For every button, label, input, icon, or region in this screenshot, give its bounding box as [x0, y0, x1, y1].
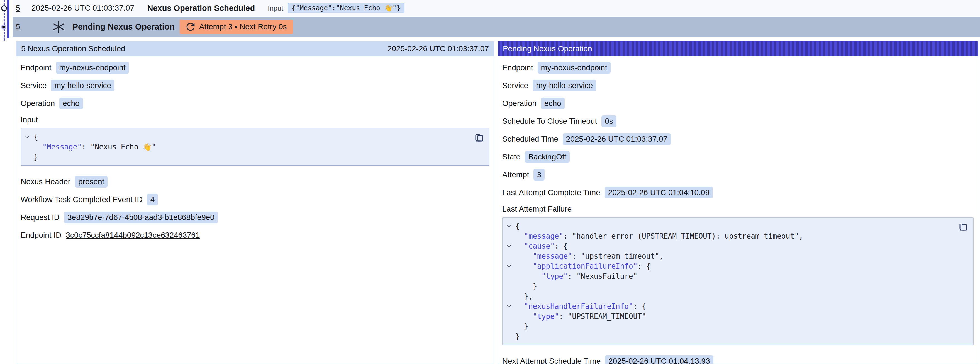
code-line: "nexusHandlerFailureInfo": {: [503, 301, 954, 311]
event-timestamp: 2025-02-26 UTC 01:03:37.07: [32, 4, 134, 13]
field-label: Service: [502, 81, 528, 90]
collapse-chevron-icon[interactable]: [21, 134, 34, 140]
field-scheduled-time: Scheduled Time2025-02-26 UTC 01:03:37.07: [502, 133, 974, 145]
event-id-link[interactable]: 5: [16, 4, 21, 13]
panel-title: Pending Nexus Operation: [503, 44, 592, 53]
field-value-link[interactable]: 3c0c75ccfa8144b092c13ce632463761: [66, 231, 200, 240]
scheduled-event-panel: 5 Nexus Operation Scheduled 2025-02-26 U…: [16, 41, 494, 364]
field-nexus-header: Nexus Headerpresent: [21, 176, 490, 188]
code-line: "message": "upstream timeout",: [503, 251, 954, 261]
field-schedule-to-close-timeout: Schedule To Close Timeout0s: [502, 115, 974, 127]
field-operation: Operationecho: [21, 97, 490, 109]
code-line: "type": "UPSTREAM_TIMEOUT": [503, 311, 954, 321]
code-text: "applicationFailureInfo": {: [515, 261, 651, 271]
field-value-badge: 2025-02-26 UTC 01:03:37.07: [563, 133, 671, 145]
field-label: Endpoint ID: [21, 231, 61, 240]
field-value-badge: 3: [533, 169, 545, 180]
code-lines: {"message": "handler error (UPSTREAM_TIM…: [503, 221, 954, 342]
code-line: {: [503, 221, 954, 231]
code-text: }: [34, 152, 38, 162]
field-service: Servicemy-hello-service: [21, 80, 490, 91]
field-label: State: [502, 152, 520, 161]
field-value-badge: my-nexus-endpoint: [56, 62, 129, 73]
selected-event-group-bar: [7, 0, 9, 38]
field-service: Servicemy-hello-service: [502, 80, 974, 91]
field-label: Scheduled Time: [502, 135, 558, 144]
pending-title: Pending Nexus Operation: [72, 22, 175, 32]
timeline-node-current-icon: [1, 24, 6, 30]
code-text: "type": "NexusFailure": [515, 271, 637, 281]
retry-badge: Attempt 3 • Next Retry 0s: [180, 19, 293, 34]
pending-panel-header: Pending Nexus Operation: [498, 41, 978, 56]
event-input-chip: {"Message":"Nexus Echo 👋"}: [288, 3, 404, 13]
event-row-scheduled[interactable]: 5 2025-02-26 UTC 01:03:37.07 Nexus Opera…: [13, 0, 980, 17]
code-line: }: [503, 331, 954, 342]
field-label: Nexus Header: [21, 177, 70, 186]
event-detail-label: Input: [268, 4, 283, 12]
failure-section-label: Last Attempt Failure: [502, 204, 974, 214]
copy-icon[interactable]: [958, 222, 969, 233]
code-text: "message": "upstream timeout",: [515, 251, 663, 261]
code-text: "message": "handler error (UPSTREAM_TIME…: [515, 231, 803, 241]
code-line: "type": "NexusFailure": [503, 271, 954, 281]
timeline-node-open-icon: [1, 5, 7, 11]
field-value-badge: 2025-02-26 UTC 01:04:10.09: [605, 187, 713, 198]
code-text: },: [515, 291, 533, 301]
event-row-pending[interactable]: 5 Pending Nexus Operation Attempt 3 • Ne…: [13, 17, 980, 37]
event-detail-panels: 5 Nexus Operation Scheduled 2025-02-26 U…: [0, 41, 980, 364]
code-line: }: [21, 152, 470, 162]
code-text: "type": "UPSTREAM_TIMEOUT": [515, 311, 646, 321]
field-endpoint: Endpointmy-nexus-endpoint: [21, 62, 490, 73]
scheduled-panel-body: Endpointmy-nexus-endpointServicemy-hello…: [16, 56, 494, 241]
code-line: "Message": "Nexus Echo 👋": [21, 142, 470, 152]
field-operation: Operationecho: [502, 97, 974, 109]
field-endpoint-id: Endpoint ID3c0c75ccfa8144b092c13ce632463…: [21, 229, 490, 241]
collapse-chevron-icon[interactable]: [503, 243, 515, 249]
pending-panel-body: Endpointmy-nexus-endpointServicemy-hello…: [498, 56, 978, 364]
field-label: Workflow Task Completed Event ID: [21, 195, 143, 204]
field-state: StateBackingOff: [502, 151, 974, 163]
code-text: }: [515, 321, 528, 331]
code-line: {: [21, 132, 470, 142]
collapse-chevron-icon[interactable]: [503, 223, 515, 229]
pending-operation-panel: Pending Nexus Operation Endpointmy-nexus…: [498, 41, 978, 364]
field-value-badge: 4: [147, 194, 158, 205]
field-value-badge: 0s: [601, 115, 616, 127]
field-next-attempt-schedule-time: Next Attempt Schedule Time2025-02-26 UTC…: [502, 355, 974, 364]
field-attempt: Attempt3: [502, 169, 974, 180]
retry-badge-text: Attempt 3 • Next Retry 0s: [199, 22, 287, 31]
field-label: Request ID: [21, 213, 60, 222]
code-line: "cause": {: [503, 241, 954, 251]
code-lines: {"Message": "Nexus Echo 👋"}: [21, 132, 470, 162]
field-label: Last Attempt Complete Time: [502, 188, 600, 197]
field-request-id: Request ID3e829b7e-7d67-4b08-aad3-b1e868…: [21, 212, 490, 223]
code-line: }: [503, 321, 954, 331]
collapse-chevron-icon[interactable]: [503, 263, 515, 269]
retry-icon: [186, 22, 195, 32]
field-label: Endpoint: [21, 63, 51, 72]
field-value-badge: echo: [541, 97, 565, 109]
field-last-attempt-complete-time: Last Attempt Complete Time2025-02-26 UTC…: [502, 187, 974, 198]
workflow-history-screen: 5 2025-02-26 UTC 01:03:37.07 Nexus Opera…: [0, 0, 980, 364]
failure-json-viewer: {"message": "handler error (UPSTREAM_TIM…: [502, 217, 974, 345]
field-value-badge: present: [75, 176, 108, 188]
field-value-badge: my-hello-service: [533, 80, 596, 91]
field-value-badge: 2025-02-26 UTC 01:04:13.93: [605, 355, 713, 364]
panel-timestamp: 2025-02-26 UTC 01:03:37.07: [388, 44, 489, 53]
field-label: Service: [21, 81, 46, 90]
field-value-badge: echo: [59, 97, 83, 109]
code-text: }: [515, 281, 537, 291]
collapse-chevron-icon[interactable]: [503, 303, 515, 309]
code-text: "nexusHandlerFailureInfo": {: [515, 301, 646, 311]
input-json-viewer: {"Message": "Nexus Echo 👋"}: [21, 128, 490, 166]
field-value-badge: my-nexus-endpoint: [538, 62, 611, 73]
code-text: {: [515, 221, 520, 231]
event-history-rows: 5 2025-02-26 UTC 01:03:37.07 Nexus Opera…: [13, 0, 980, 37]
event-id-link[interactable]: 5: [16, 22, 21, 31]
field-label: Attempt: [502, 170, 529, 179]
copy-icon[interactable]: [474, 133, 485, 144]
code-text: "cause": {: [515, 241, 568, 251]
field-label: Operation: [21, 99, 55, 108]
code-text: }: [515, 331, 520, 342]
field-label: Schedule To Close Timeout: [502, 117, 597, 126]
